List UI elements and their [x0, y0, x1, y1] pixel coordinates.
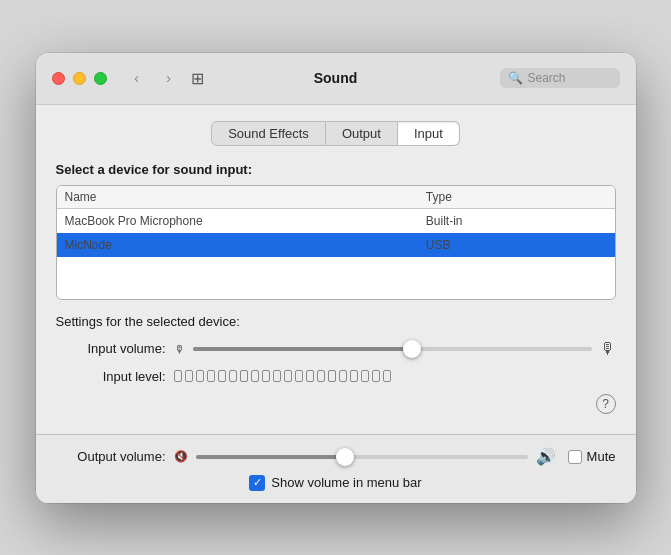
bottom-bar: Output volume: 🔇 🔊 Mute ✓ Show volume in…	[36, 434, 636, 503]
mute-checkbox[interactable]	[568, 450, 582, 464]
slider-track	[193, 347, 592, 351]
level-bar-15	[328, 370, 336, 382]
input-volume-row: Input volume: 🎙 🎙	[56, 339, 616, 359]
vol-mute-icon: 🔇	[174, 450, 188, 463]
help-row: ?	[56, 394, 616, 414]
vol-high-icon: 🔊	[536, 447, 556, 466]
slider-thumb[interactable]	[336, 448, 354, 466]
slider-track	[196, 455, 528, 459]
tab-sound-effects[interactable]: Sound Effects	[211, 121, 326, 146]
level-bar-1	[174, 370, 182, 382]
output-volume-slider[interactable]	[196, 447, 528, 467]
device-table: Name Type MacBook Pro Microphone Built-i…	[56, 185, 616, 300]
slider-fill	[196, 455, 345, 459]
input-level-row: Input level:	[56, 369, 616, 384]
level-bar-14	[317, 370, 325, 382]
level-bar-5	[218, 370, 226, 382]
col-name-header: Name	[65, 190, 426, 204]
output-volume-row: Output volume: 🔇 🔊 Mute	[56, 447, 616, 467]
main-content: Sound Effects Output Input Select a devi…	[36, 105, 636, 434]
main-window: ‹ › ⊞ Sound 🔍 Search Sound Effects Outpu…	[36, 53, 636, 503]
level-bar-7	[240, 370, 248, 382]
mic-large-icon: 🎙	[600, 340, 616, 358]
traffic-lights	[52, 72, 107, 85]
table-body: MacBook Pro Microphone Built-in MicNode …	[57, 209, 615, 299]
tab-input[interactable]: Input	[398, 121, 460, 146]
grid-icon: ⊞	[191, 69, 204, 88]
level-bar-16	[339, 370, 347, 382]
device-type: USB	[426, 238, 607, 252]
close-button[interactable]	[52, 72, 65, 85]
level-bar-11	[284, 370, 292, 382]
mute-area: Mute	[568, 449, 616, 464]
tab-output[interactable]: Output	[326, 121, 398, 146]
device-type: Built-in	[426, 214, 607, 228]
level-bar-20	[383, 370, 391, 382]
mute-label: Mute	[587, 449, 616, 464]
show-volume-checkbox[interactable]: ✓	[249, 475, 265, 491]
level-bar-4	[207, 370, 215, 382]
slider-thumb[interactable]	[403, 340, 421, 358]
tabs-bar: Sound Effects Output Input	[56, 121, 616, 146]
slider-fill	[193, 347, 412, 351]
level-bar-12	[295, 370, 303, 382]
search-box[interactable]: 🔍 Search	[500, 68, 620, 88]
input-volume-slider[interactable]	[193, 339, 592, 359]
help-button[interactable]: ?	[596, 394, 616, 414]
table-row[interactable]: MicNode USB	[57, 233, 615, 257]
back-button[interactable]: ‹	[123, 68, 151, 88]
window-title: Sound	[314, 70, 358, 86]
search-icon: 🔍	[508, 71, 523, 85]
level-bar-13	[306, 370, 314, 382]
menu-bar-row: ✓ Show volume in menu bar	[56, 475, 616, 491]
device-name: MicNode	[65, 238, 426, 252]
settings-label: Settings for the selected device:	[56, 314, 616, 329]
menu-bar-label: Show volume in menu bar	[271, 475, 421, 490]
level-bar-8	[251, 370, 259, 382]
mic-small-icon: 🎙	[174, 343, 185, 355]
table-row[interactable]: MacBook Pro Microphone Built-in	[57, 209, 615, 233]
input-level-label: Input level:	[56, 369, 166, 384]
forward-button[interactable]: ›	[155, 68, 183, 88]
input-volume-label: Input volume:	[56, 341, 166, 356]
level-bar-3	[196, 370, 204, 382]
section-label: Select a device for sound input:	[56, 162, 616, 177]
titlebar: ‹ › ⊞ Sound 🔍 Search	[36, 53, 636, 105]
nav-buttons: ‹ ›	[123, 68, 183, 88]
device-name: MacBook Pro Microphone	[65, 214, 426, 228]
output-volume-label: Output volume:	[56, 449, 166, 464]
level-bar-18	[361, 370, 369, 382]
level-bar-9	[262, 370, 270, 382]
level-bar-10	[273, 370, 281, 382]
search-placeholder: Search	[528, 71, 566, 85]
level-bar-6	[229, 370, 237, 382]
level-bar-17	[350, 370, 358, 382]
minimize-button[interactable]	[73, 72, 86, 85]
table-header: Name Type	[57, 186, 615, 209]
col-type-header: Type	[426, 190, 607, 204]
maximize-button[interactable]	[94, 72, 107, 85]
level-indicators	[174, 370, 391, 382]
level-bar-19	[372, 370, 380, 382]
level-bar-2	[185, 370, 193, 382]
